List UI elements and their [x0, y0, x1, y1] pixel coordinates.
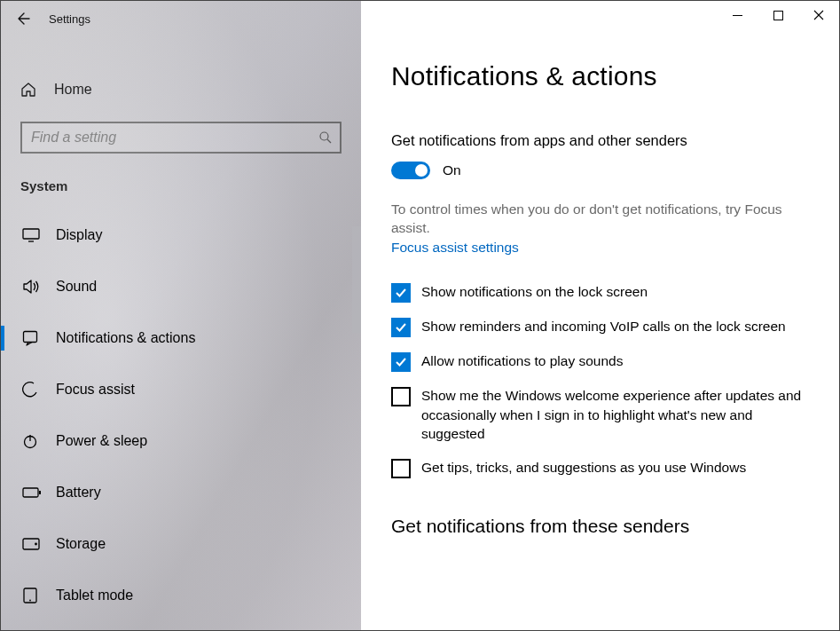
- check-label: Show notifications on the lock screen: [421, 282, 648, 302]
- minimize-button[interactable]: [717, 1, 758, 29]
- checkbox-icon: [391, 318, 411, 337]
- titlebar: Settings: [1, 1, 361, 36]
- check-label: Get tips, tricks, and suggestions as you…: [421, 458, 746, 477]
- power-icon: [22, 433, 43, 449]
- sidebar-item-battery[interactable]: Battery: [1, 467, 361, 518]
- focus-assist-description: To control times when you do or don't ge…: [391, 201, 814, 238]
- sidebar-item-label: Battery: [56, 485, 101, 501]
- sidebar-item-label: Storage: [56, 536, 106, 552]
- main-content: Notifications & actions Get notification…: [361, 1, 839, 630]
- home-nav[interactable]: Home: [1, 74, 361, 106]
- svg-rect-0: [773, 11, 782, 20]
- home-label: Home: [54, 82, 92, 98]
- sidebar-item-label: Notifications & actions: [56, 330, 195, 346]
- sidebar-item-sound[interactable]: Sound: [1, 261, 361, 312]
- storage-icon: [22, 538, 43, 550]
- checkbox-icon: [391, 459, 411, 478]
- battery-icon: [22, 486, 43, 499]
- get-notifications-toggle-row: On: [391, 162, 814, 179]
- check-welcome[interactable]: Show me the Windows welcome experience a…: [391, 386, 814, 444]
- search-input[interactable]: [31, 130, 318, 146]
- sidebar-item-label: Sound: [56, 279, 97, 295]
- page-title: Notifications & actions: [391, 61, 814, 91]
- sidebar-item-focus-assist[interactable]: Focus assist: [1, 364, 361, 415]
- search-icon: [318, 130, 333, 145]
- tablet-icon: [22, 588, 43, 603]
- check-sounds[interactable]: Allow notifications to play sounds: [391, 351, 814, 372]
- svg-rect-3: [24, 332, 37, 343]
- search-box[interactable]: [20, 122, 341, 154]
- search-wrap: [20, 122, 341, 154]
- display-icon: [22, 228, 43, 242]
- check-label: Allow notifications to play sounds: [421, 351, 623, 371]
- check-label: Show me the Windows welcome experience a…: [421, 386, 814, 444]
- get-notifications-state: On: [443, 162, 461, 178]
- back-button[interactable]: [1, 1, 43, 36]
- check-lock-screen[interactable]: Show notifications on the lock screen: [391, 282, 814, 303]
- checkbox-icon: [391, 352, 411, 372]
- svg-point-8: [35, 543, 37, 546]
- svg-rect-2: [23, 229, 39, 239]
- checkbox-icon: [391, 283, 411, 303]
- focus-assist-link[interactable]: Focus assist settings: [391, 240, 814, 256]
- nav-list: Display Sound Notifications & actions Fo…: [1, 209, 361, 621]
- sidebar-item-label: Power & sleep: [56, 433, 147, 449]
- notifications-icon: [22, 330, 43, 346]
- close-button[interactable]: [798, 1, 839, 29]
- settings-window: Settings Home System Display: [0, 0, 840, 631]
- get-notifications-label: Get notifications from apps and other se…: [391, 132, 814, 149]
- sidebar-item-power[interactable]: Power & sleep: [1, 415, 361, 467]
- sidebar-item-label: Display: [56, 227, 102, 243]
- svg-point-1: [320, 132, 328, 140]
- maximize-button[interactable]: [758, 1, 798, 29]
- sidebar-item-label: Tablet mode: [56, 588, 133, 603]
- sidebar-item-display[interactable]: Display: [1, 209, 361, 261]
- sidebar-scrollbar[interactable]: [352, 226, 361, 333]
- sidebar-item-storage[interactable]: Storage: [1, 518, 361, 570]
- sidebar: Settings Home System Display: [1, 1, 361, 630]
- section-label: System: [20, 178, 341, 193]
- sidebar-item-tablet[interactable]: Tablet mode: [1, 570, 361, 621]
- check-label: Show reminders and incoming VoIP calls o…: [421, 317, 786, 336]
- check-tips[interactable]: Get tips, tricks, and suggestions as you…: [391, 458, 814, 478]
- sidebar-item-notifications[interactable]: Notifications & actions: [1, 312, 361, 364]
- notification-options: Show notifications on the lock screen Sh…: [391, 282, 814, 478]
- svg-point-10: [29, 600, 31, 602]
- senders-title: Get notifications from these senders: [391, 516, 814, 537]
- svg-rect-6: [39, 491, 41, 494]
- sound-icon: [22, 279, 43, 295]
- get-notifications-toggle[interactable]: [391, 162, 430, 179]
- focus-assist-icon: [22, 382, 43, 398]
- svg-rect-5: [23, 488, 38, 497]
- home-icon: [20, 82, 40, 98]
- sidebar-item-label: Focus assist: [56, 382, 135, 398]
- check-voip[interactable]: Show reminders and incoming VoIP calls o…: [391, 317, 814, 337]
- checkbox-icon: [391, 387, 411, 406]
- window-controls: [717, 1, 839, 29]
- app-title: Settings: [49, 12, 90, 26]
